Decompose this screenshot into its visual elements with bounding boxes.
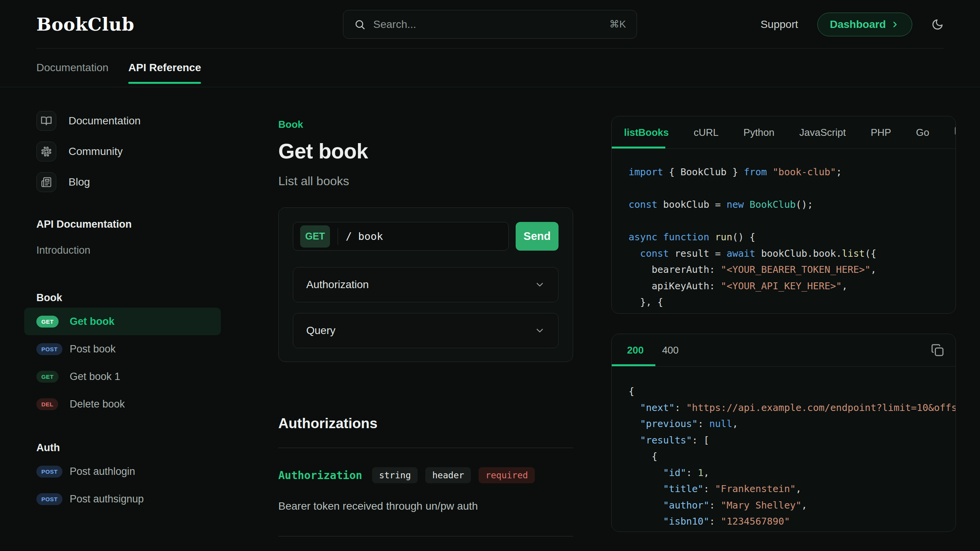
response-status-tabs: 200 400 xyxy=(612,334,956,367)
sidebar-item-label: Blog xyxy=(69,176,90,188)
sidebar-item-label: Post authlogin xyxy=(70,466,135,478)
param-description: Bearer token received through un/pw auth xyxy=(278,500,573,512)
sidebar: Documentation Community Blog API Documen… xyxy=(24,106,221,513)
sidebar-item-blog[interactable]: Blog xyxy=(24,167,221,197)
sidebar-item-documentation[interactable]: Documentation xyxy=(24,106,221,136)
sidebar-item-label: Get book 1 xyxy=(70,371,120,383)
dropdown-label: Query xyxy=(306,324,335,337)
code-language-tabs: listBooks cURL Python JavaScript PHP Go xyxy=(612,116,956,149)
authorization-dropdown[interactable]: Authorization xyxy=(293,267,559,302)
method-badge: GET xyxy=(36,371,59,383)
response-tab-200[interactable]: 200 xyxy=(627,344,644,356)
app: BookClub Search... ⌘K Support Dashboard xyxy=(0,0,980,551)
sidebar-item-label: Community xyxy=(69,145,123,158)
dropdown-label: Authorization xyxy=(306,279,369,291)
sidebar-item-post-book[interactable]: POST Post book xyxy=(24,335,221,363)
code-tab-javascript[interactable]: JavaScript xyxy=(799,127,846,139)
primary-nav: Documentation API Reference xyxy=(0,49,980,87)
param-type-badge: string xyxy=(372,467,418,483)
response-panel: 200 400 { "next": "https://api.example.c… xyxy=(611,334,956,532)
dark-mode-toggle[interactable] xyxy=(931,18,944,31)
support-link[interactable]: Support xyxy=(761,18,798,31)
method-badge: POST xyxy=(36,466,62,478)
newspaper-icon xyxy=(36,172,56,192)
response-body: { "next": "https://api.example.com/endpo… xyxy=(612,367,956,530)
send-button[interactable]: Send xyxy=(516,222,559,251)
sidebar-item-label: Documentation xyxy=(69,115,140,127)
sidebar-item-post-authlogin[interactable]: POST Post authlogin xyxy=(24,458,221,485)
endpoint-path: / book xyxy=(346,230,383,242)
copy-response-button[interactable] xyxy=(931,344,944,357)
header: BookClub Search... ⌘K Support Dashboard xyxy=(0,0,980,49)
page-title: Get book xyxy=(278,139,573,163)
sidebar-section-auth: Auth xyxy=(24,438,221,458)
endpoint-row: GET / book Send xyxy=(293,222,559,251)
sidebar-item-label: Post book xyxy=(70,343,116,355)
brand-logo: BookClub xyxy=(36,14,134,35)
code-tab-php[interactable]: PHP xyxy=(871,127,891,139)
copy-icon xyxy=(954,126,956,139)
sidebar-item-get-book-1[interactable]: GET Get book 1 xyxy=(24,363,221,390)
active-tab-underline xyxy=(612,147,665,148)
chevron-down-icon xyxy=(534,279,545,290)
code-tab-curl[interactable]: cURL xyxy=(694,127,719,139)
header-actions: Support Dashboard xyxy=(761,13,944,36)
chevron-down-icon xyxy=(534,325,545,336)
code-tab-go[interactable]: Go xyxy=(916,127,929,139)
slack-icon xyxy=(36,142,56,161)
search-input[interactable]: Search... ⌘K xyxy=(343,10,637,39)
sidebar-item-label: Get book xyxy=(70,316,114,328)
dashboard-button[interactable]: Dashboard xyxy=(817,13,912,36)
chevron-right-icon xyxy=(890,20,900,29)
page-subtitle: List all books xyxy=(278,174,573,188)
search-icon xyxy=(354,19,366,30)
sidebar-item-delete-book[interactable]: DEL Delete book xyxy=(24,390,221,418)
endpoint-divider xyxy=(338,228,338,245)
method-badge: POST xyxy=(36,493,62,505)
method-badge: POST xyxy=(36,343,62,355)
response-tab-400[interactable]: 400 xyxy=(662,344,678,356)
code-tab-python[interactable]: Python xyxy=(743,127,774,139)
code-sample: import { BookClub } from "book-club"; co… xyxy=(612,149,956,311)
code-column: listBooks cURL Python JavaScript PHP Go … xyxy=(611,116,956,532)
param-location-badge: header xyxy=(425,467,471,483)
sidebar-section-api-documentation: API Documentation xyxy=(24,214,221,234)
section-divider xyxy=(278,448,573,448)
breadcrumb-category: Book xyxy=(278,119,573,130)
main-content: Book Get book List all books GET / book … xyxy=(278,111,573,536)
active-tab-underline xyxy=(612,364,655,366)
section-divider xyxy=(278,536,573,536)
copy-icon xyxy=(931,344,944,357)
search-shortcut: ⌘K xyxy=(609,18,626,30)
tab-documentation[interactable]: Documentation xyxy=(36,49,108,87)
book-open-icon xyxy=(36,111,56,131)
sidebar-section-book: Book xyxy=(24,288,221,308)
search-placeholder: Search... xyxy=(373,18,416,31)
endpoint-method-badge: GET xyxy=(300,225,330,248)
code-tab-listbooks[interactable]: listBooks xyxy=(624,127,669,139)
authorizations-heading: Authorizations xyxy=(278,416,573,432)
param-required-badge: required xyxy=(479,467,535,483)
dashboard-label: Dashboard xyxy=(830,18,886,31)
code-sample-panel: listBooks cURL Python JavaScript PHP Go … xyxy=(611,116,956,314)
sidebar-item-label: Delete book xyxy=(70,398,125,410)
param-name: Authorization xyxy=(278,469,362,482)
sidebar-item-post-authsignup[interactable]: POST Post authsignup xyxy=(24,485,221,513)
api-playground: GET / book Send Authorization Query xyxy=(278,207,573,362)
moon-icon xyxy=(931,18,944,31)
method-badge: GET xyxy=(36,316,59,328)
copy-code-button[interactable] xyxy=(954,126,956,139)
authorization-param-row: Authorization string header required xyxy=(278,467,573,483)
sidebar-item-introduction[interactable]: Introduction xyxy=(24,240,221,261)
endpoint-input[interactable]: GET / book xyxy=(293,222,509,251)
sidebar-item-label: Post authsignup xyxy=(70,493,144,505)
method-badge: DEL xyxy=(36,398,58,410)
sidebar-item-community[interactable]: Community xyxy=(24,136,221,167)
sidebar-item-get-book[interactable]: GET Get book xyxy=(24,308,221,335)
query-dropdown[interactable]: Query xyxy=(293,313,559,348)
tab-api-reference[interactable]: API Reference xyxy=(128,49,201,87)
